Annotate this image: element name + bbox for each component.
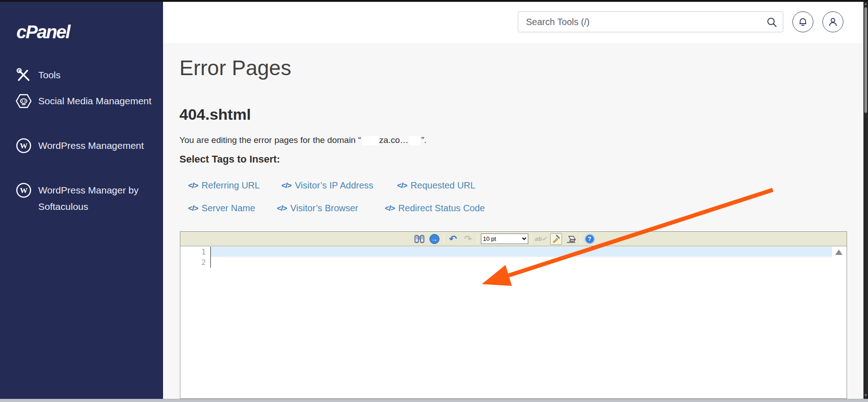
scrollbar-up-arrow-icon[interactable] (864, 3, 867, 5)
social-media-icon (15, 93, 32, 109)
tag-visitors-ip-address[interactable]: </> Visitor’s IP Address (281, 180, 373, 191)
redaction-box (409, 136, 420, 145)
sidebar-item-label: WordPress Manager by Softaculous (38, 182, 152, 215)
cpanel-logo[interactable]: cPanel (16, 22, 70, 42)
sidebar-item-wordpress-manager-softaculous[interactable]: W WordPress Manager by Softaculous (0, 182, 163, 215)
code-tag-icon: </> (188, 204, 198, 213)
tools-icon (15, 67, 32, 83)
file-title: 404.shtml (179, 106, 251, 123)
code-tag-icon: </> (385, 204, 395, 213)
browser-scrollbar-thumb[interactable] (864, 7, 867, 113)
tag-redirect-status-code[interactable]: </> Redirect Status Code (385, 203, 485, 214)
sidebar-item-tools[interactable]: Tools (0, 67, 163, 83)
search-input[interactable] (519, 13, 761, 31)
svg-text:W: W (20, 142, 28, 150)
redaction-box (362, 136, 378, 145)
current-line-highlight (211, 247, 832, 257)
toolbar-separator (477, 234, 478, 244)
wordpress-icon: W (15, 182, 32, 198)
svg-text:W: W (20, 186, 28, 195)
editing-text-suffix: ”. (421, 135, 427, 145)
tag-label: Visitor’s Browser (291, 203, 358, 214)
domain-text: za.co… (379, 135, 408, 145)
tag-label: Referring URL (202, 180, 260, 191)
select-tags-heading: Select Tags to Insert: (179, 153, 280, 165)
code-tag-icon: </> (281, 181, 291, 190)
sidebar-item-social-media[interactable]: Social Media Management (0, 93, 163, 109)
user-icon (827, 16, 838, 27)
font-size-select[interactable]: 10 pt (481, 234, 528, 244)
line-number: 1 (180, 247, 206, 257)
scrollbar-down-arrow-icon[interactable] (864, 394, 867, 397)
code-editor: → ↶ ↷ 10 pt ab✓ (180, 231, 847, 399)
toolbar-separator (580, 234, 581, 244)
code-tag-icon: </> (277, 204, 287, 213)
help-icon[interactable]: ? (584, 233, 596, 245)
account-button[interactable] (822, 11, 843, 32)
tag-referring-url[interactable]: </> Referring URL (188, 180, 260, 191)
undo-icon[interactable]: ↶ (447, 233, 459, 245)
goto-icon[interactable]: → (429, 233, 440, 245)
tag-label: Redirect Status Code (398, 203, 485, 214)
redo-icon[interactable]: ↷ (462, 233, 474, 245)
search-icon[interactable] (766, 17, 777, 28)
eraser-icon[interactable] (565, 233, 577, 245)
sidebar: cPanel Tools Social Media Management (0, 2, 163, 399)
editing-text-prefix: You are editing the error pages for the … (179, 135, 361, 145)
spellcheck-icon[interactable]: ab✓ (535, 233, 547, 245)
search-box (518, 11, 783, 32)
code-tag-icon: </> (397, 181, 407, 190)
sidebar-item-label: Tools (38, 67, 152, 83)
tag-server-name[interactable]: </> Server Name (188, 203, 255, 214)
tag-label: Server Name (202, 203, 255, 214)
page-title: Error Pages (179, 56, 291, 80)
notifications-button[interactable] (792, 11, 813, 32)
toolbar-separator (531, 234, 532, 244)
line-number: 2 (180, 257, 206, 268)
editor-toolbar: → ↶ ↷ 10 pt ab✓ (180, 232, 847, 246)
sidebar-item-label: WordPress Management (38, 137, 152, 154)
wordpress-icon: W (15, 137, 32, 154)
find-binoculars-icon[interactable] (414, 233, 425, 245)
tag-label: Requested URL (411, 180, 475, 191)
sidebar-item-label: Social Media Management (38, 93, 152, 109)
code-tag-icon: </> (188, 181, 198, 190)
toolbar-separator (444, 234, 444, 244)
tag-requested-url[interactable]: </> Requested URL (397, 180, 475, 191)
tag-label: Visitor’s IP Address (295, 180, 373, 191)
gutter-divider (210, 247, 211, 268)
bell-icon (797, 16, 808, 27)
brush-icon[interactable] (550, 233, 562, 245)
editor-text-area[interactable]: 1 2 (180, 246, 847, 398)
tag-visitors-browser[interactable]: </> Visitor’s Browser (277, 203, 358, 214)
sidebar-item-wordpress-management[interactable]: W WordPress Management (0, 137, 163, 154)
browser-horizontal-scrollbar[interactable] (0, 399, 868, 402)
editor-scroll-up-icon[interactable] (835, 249, 842, 255)
editing-description: You are editing the error pages for the … (179, 135, 427, 145)
